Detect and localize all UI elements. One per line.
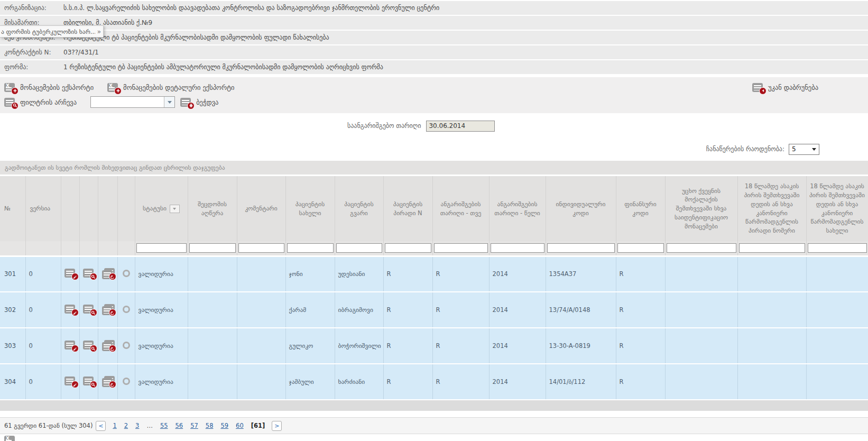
edit-record-icon[interactable] (64, 304, 76, 314)
records-count-select[interactable]: 5 (789, 144, 819, 155)
page-link[interactable]: 58 (206, 422, 214, 429)
previous-page-button[interactable]: < (96, 421, 106, 431)
view-record-icon[interactable] (83, 376, 95, 386)
first-name-cell: ქარამ (289, 306, 307, 314)
choose-filter-button[interactable]: ფილტრის არჩევა (4, 97, 77, 107)
month-cell: R (436, 342, 440, 350)
page-link[interactable]: 2 (124, 422, 128, 429)
export-detailed-button[interactable]: მონაცემების დეტალური ექსპორტი (107, 82, 234, 93)
record-history-icon[interactable] (102, 340, 114, 350)
individual-code-filter-input[interactable] (547, 243, 615, 253)
print-button[interactable]: ბეჭდვა (180, 97, 218, 107)
back-button[interactable]: უკან დაბრუნება (752, 82, 818, 93)
personal-n-cell: R (387, 306, 391, 314)
organization-value: ს.ს.ი.პ. ლ.საყვარელიძის სახელობის დაავად… (63, 4, 439, 12)
column-header-under18-rep-personal-n[interactable]: 18 წლამდე ასაკის პირის შემთხვევაში დედის… (737, 176, 806, 241)
form-label: ფორმა: (4, 63, 63, 71)
contract-value: 03??/431/1 (63, 49, 99, 56)
personal-n-cell: R (387, 270, 391, 278)
column-header-individual-code[interactable]: ინდივიდუალური კოდი (546, 176, 616, 241)
page-link[interactable]: 59 (220, 422, 228, 429)
record-history-icon[interactable] (102, 304, 114, 314)
edit-record-icon[interactable] (64, 340, 76, 350)
column-header-patient-last-name[interactable]: პაციენტის გვარი (335, 176, 383, 241)
filter-combobox[interactable] (90, 96, 175, 108)
column-header-row-number[interactable]: № (0, 176, 25, 241)
comment-filter-input[interactable] (238, 243, 284, 253)
records-count-label: ჩანაწერების რაოდენობა: (706, 145, 784, 153)
individual-code-cell: 13/74/A/0148 (549, 306, 590, 314)
column-header-patient-personal-n[interactable]: პაციენტის პირადი N (383, 176, 432, 241)
column-header-comment[interactable]: კომენტარი (237, 176, 285, 241)
personal-n-filter-input[interactable] (385, 243, 431, 253)
info-row-contract: კონტრაქტის N: 03??/431/1 (0, 45, 868, 59)
table-row: 303 0 ვალიდურია გულიკო ბოჭორიშვილი R R 2… (0, 328, 868, 364)
column-header-foreign-id-data[interactable]: უცხო ქვეყნის მოქალაქის შემთხვევაში სხვა … (665, 176, 737, 241)
edit-record-icon[interactable] (64, 376, 76, 386)
combobox-chevron-down-icon[interactable] (164, 97, 174, 107)
record-history-icon[interactable] (102, 376, 114, 386)
view-record-icon[interactable] (83, 340, 95, 350)
select-row-radio[interactable] (123, 378, 130, 385)
filter-document-icon (4, 97, 16, 107)
column-header-error-description[interactable]: შეცდომის აღწერა (188, 176, 237, 241)
export-data-button[interactable]: მონაცემების ექსპორტი (4, 82, 94, 93)
status-cell: ვალიდურია (138, 306, 173, 314)
month-filter-input[interactable] (434, 243, 488, 253)
select-row-radio[interactable] (123, 270, 130, 277)
column-header-status[interactable]: სტატუსი (135, 176, 188, 241)
select-row-radio[interactable] (123, 342, 130, 349)
page-link[interactable]: 57 (190, 422, 198, 429)
rep-personal-filter-input[interactable] (739, 243, 805, 253)
page-link[interactable]: 1 (113, 422, 116, 429)
page-link[interactable]: 55 (160, 422, 168, 429)
last-name-cell: იბრაგიმოვი (338, 306, 373, 314)
year-cell: 2014 (493, 270, 508, 278)
info-row-organization: ორგანიზაცია: ს.ს.ი.პ. ლ.საყვარელიძის სახ… (0, 1, 868, 15)
tooltip-expand-chevron-icon[interactable]: » (97, 28, 101, 35)
rep-name-filter-input[interactable] (808, 243, 867, 253)
page-link[interactable]: 60 (236, 422, 244, 429)
financial-code-filter-input[interactable] (617, 243, 664, 253)
select-chevron-down-icon (812, 148, 816, 151)
column-header-version[interactable]: ვერსია (25, 176, 61, 241)
record-history-icon[interactable] (102, 268, 114, 278)
error-filter-input[interactable] (189, 243, 236, 253)
column-header-report-month[interactable]: ანგარიშგების თარიღი - თვე (432, 176, 489, 241)
grouping-hint-bar[interactable]: გადმოიტანეთ ის სვეტი რომლის მიხედვითაც გ… (0, 161, 868, 174)
export-data-label: მონაცემების ექსპორტი (20, 84, 94, 91)
info-row-form: ფორმა: 1 რეზისტენტული ტბ პაციენტების ამბ… (0, 60, 868, 74)
select-row-radio[interactable] (123, 306, 130, 313)
last-name-cell: ხარძიანი (338, 378, 365, 385)
column-header-select (117, 176, 135, 241)
page-ellipsis: … (146, 422, 153, 429)
excel-export-icon[interactable] (4, 435, 16, 441)
column-header-financial-code[interactable]: ფინანსური კოდი (616, 176, 665, 241)
foreign-id-filter-input[interactable] (667, 243, 736, 253)
report-date-input[interactable] (426, 121, 495, 132)
last-name-filter-input[interactable] (336, 243, 382, 253)
first-name-cell: გულიკო (289, 342, 313, 350)
edit-record-icon[interactable] (64, 268, 76, 278)
back-document-icon (752, 82, 764, 93)
back-label: უკან დაბრუნება (768, 84, 818, 91)
page-link[interactable]: 3 (135, 422, 139, 429)
first-name-filter-input[interactable] (287, 243, 334, 253)
status-filter-input[interactable] (136, 243, 187, 253)
page-link[interactable]: 56 (176, 422, 183, 429)
year-filter-input[interactable] (491, 243, 544, 253)
column-header-under18-rep-name[interactable]: 18 წლამდე ასაკის პირის შემთხვევაში დედის… (806, 176, 868, 241)
toolbar-row-export: მონაცემების ექსპორტი მონაცემების დეტალურ… (4, 80, 864, 95)
row-version: 0 (29, 306, 33, 314)
next-page-button[interactable]: > (272, 421, 282, 431)
column-header-patient-first-name[interactable]: პაციენტის სახელი (285, 176, 335, 241)
row-number: 301 (4, 270, 16, 278)
view-record-icon[interactable] (83, 304, 95, 314)
report-date-row: საანგარიშგებო თარიღი (347, 120, 868, 132)
status-filter-dropdown-icon[interactable] (170, 205, 180, 213)
column-header-report-year[interactable]: ანგარიშგების თარიღი - წელი (489, 176, 546, 241)
page-links: 123…555657585960 (109, 422, 247, 429)
excel-export-icon (4, 82, 16, 93)
table-header-row: № ვერსია სტატუსი შეცდომის აღწერა კომენტა… (0, 176, 868, 241)
view-record-icon[interactable] (83, 268, 95, 278)
